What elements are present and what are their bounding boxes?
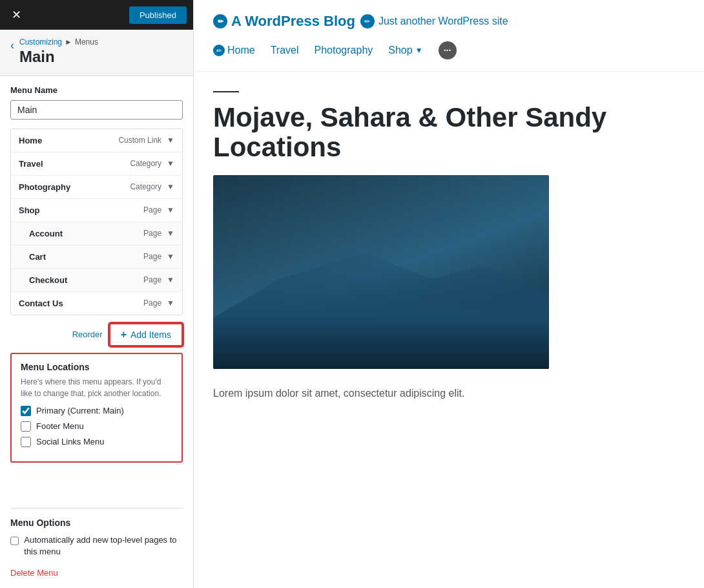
breadcrumb: Customizing ► Menus [19, 37, 98, 47]
add-items-plus: + [121, 329, 127, 341]
reorder-button[interactable]: Reorder [72, 330, 103, 339]
nav-home[interactable]: ✏ Home [213, 45, 255, 56]
site-tagline: ✏ Just another WordPress site [360, 14, 508, 28]
menu-locations-section: Menu Locations Here's where this menu ap… [10, 353, 183, 463]
menu-item-contact[interactable]: Contact Us Page ▼ [11, 292, 182, 315]
location-primary-checkbox[interactable] [21, 406, 31, 416]
nav-more-icon[interactable]: ··· [439, 41, 457, 59]
menu-item-checkout-arrow: ▼ [167, 275, 174, 284]
close-button[interactable]: ✕ [6, 5, 26, 25]
nav-shop-dropdown-icon: ▼ [415, 46, 423, 55]
menu-item-travel-arrow: ▼ [167, 159, 174, 168]
delete-menu-link[interactable]: Delete Menu [0, 568, 193, 588]
back-button[interactable]: ‹ [10, 39, 14, 52]
menu-item-home-arrow: ▼ [167, 136, 174, 145]
menu-item-account[interactable]: Account Page ▼ [11, 222, 182, 246]
post-excerpt: Lorem ipsum dolor sit amet, consectetur … [213, 384, 626, 402]
location-social-label: Social Links Menu [36, 437, 105, 446]
nav-travel[interactable]: Travel [271, 45, 299, 56]
menu-item-cart[interactable]: Cart Page ▼ [11, 246, 182, 269]
breadcrumb-section: ‹ Customizing ► Menus Main [0, 30, 193, 76]
menu-item-checkout[interactable]: Checkout Page ▼ [11, 269, 182, 292]
location-social[interactable]: Social Links Menu [21, 437, 172, 447]
menu-item-shop-name: Shop [19, 205, 143, 215]
site-tagline-edit-icon[interactable]: ✏ [360, 14, 375, 28]
menu-item-shop[interactable]: Shop Page ▼ [11, 199, 182, 222]
nav-shop[interactable]: Shop ▼ [388, 45, 422, 56]
published-button[interactable]: Published [129, 6, 187, 24]
site-branding: ✏ A WordPress Blog ✏ Just another WordPr… [213, 13, 685, 30]
menu-items-list: Home Custom Link ▼ Travel Category ▼ Pho… [10, 129, 183, 315]
breadcrumb-content: Customizing ► Menus Main [19, 37, 98, 67]
location-primary[interactable]: Primary (Current: Main) [21, 406, 172, 416]
menu-item-cart-name: Cart [29, 252, 143, 262]
menu-item-travel-type: Category [130, 159, 161, 168]
main-content: Mojave, Sahara & Other Sandy Locations L… [194, 72, 646, 422]
actions-row: Reorder + Add Items [10, 315, 183, 353]
menu-item-checkout-name: Checkout [29, 275, 143, 285]
location-primary-label: Primary (Current: Main) [36, 406, 124, 415]
menu-item-shop-arrow: ▼ [167, 205, 174, 215]
menu-item-photography[interactable]: Photography Category ▼ [11, 176, 182, 199]
menu-locations-description: Here's where this menu appears. If you'd… [21, 376, 172, 399]
site-nav: ✏ Home Travel Photography Shop ▼ ··· [213, 36, 685, 65]
site-preview: ✏ A WordPress Blog ✏ Just another WordPr… [194, 0, 704, 588]
top-bar: ✕ Published [0, 0, 193, 30]
menu-locations-title: Menu Locations [21, 362, 172, 372]
breadcrumb-sep: ► [65, 37, 72, 47]
sidebar: ✕ Published ‹ Customizing ► Menus Main M… [0, 0, 194, 588]
menu-item-contact-name: Contact Us [19, 299, 143, 308]
menu-item-account-type: Page [143, 229, 161, 238]
menu-item-home[interactable]: Home Custom Link ▼ [11, 129, 182, 152]
add-items-label: Add Items [130, 330, 171, 340]
auto-add-option[interactable]: Automatically add new top-level pages to… [10, 534, 183, 558]
location-footer[interactable]: Footer Menu [21, 421, 172, 432]
menu-options-title: Menu Options [10, 518, 183, 528]
post-title: Mojave, Sahara & Other Sandy Locations [213, 103, 626, 162]
site-title: ✏ A WordPress Blog [213, 13, 355, 30]
menu-item-cart-arrow: ▼ [167, 252, 174, 261]
sidebar-main-content: Menu Name Home Custom Link ▼ Travel Cate… [0, 76, 193, 508]
sidebar-divider [10, 508, 183, 509]
nav-photography[interactable]: Photography [315, 45, 373, 56]
breadcrumb-menus: Menus [75, 37, 98, 47]
menu-item-shop-type: Page [143, 205, 161, 215]
menu-item-travel-name: Travel [19, 159, 130, 169]
menu-name-input[interactable] [10, 100, 183, 120]
auto-add-checkbox[interactable] [10, 536, 19, 546]
site-header: ✏ A WordPress Blog ✏ Just another WordPr… [194, 0, 704, 72]
site-title-edit-icon[interactable]: ✏ [213, 14, 227, 28]
nav-home-edit-icon[interactable]: ✏ [213, 45, 225, 56]
menu-item-contact-type: Page [143, 299, 161, 308]
menu-item-home-name: Home [19, 136, 118, 145]
location-footer-label: Footer Menu [36, 421, 84, 431]
menu-item-home-type: Custom Link [118, 136, 161, 145]
location-footer-checkbox[interactable] [21, 421, 31, 432]
site-title-text: A WordPress Blog [231, 13, 355, 30]
post-image [213, 175, 549, 369]
location-social-checkbox[interactable] [21, 437, 31, 447]
add-items-button[interactable]: + Add Items [109, 323, 183, 346]
menu-item-account-name: Account [29, 229, 143, 238]
menu-options-section: Menu Options Automatically add new top-l… [0, 518, 193, 568]
menu-item-contact-arrow: ▼ [167, 299, 174, 308]
menu-item-cart-type: Page [143, 252, 161, 261]
site-tagline-text: Just another WordPress site [378, 16, 508, 27]
auto-add-label-text: Automatically add new top-level pages to… [24, 534, 183, 558]
menu-item-photography-arrow: ▼ [167, 182, 174, 191]
menu-item-photography-type: Category [130, 182, 161, 191]
breadcrumb-customizing[interactable]: Customizing [19, 37, 62, 47]
menu-item-checkout-type: Page [143, 275, 161, 284]
menu-name-label: Menu Name [10, 85, 183, 95]
menu-item-travel[interactable]: Travel Category ▼ [11, 152, 182, 176]
post-divider [213, 91, 239, 92]
page-title: Main [19, 48, 98, 67]
menu-item-photography-name: Photography [19, 182, 130, 192]
menu-item-account-arrow: ▼ [167, 229, 174, 238]
